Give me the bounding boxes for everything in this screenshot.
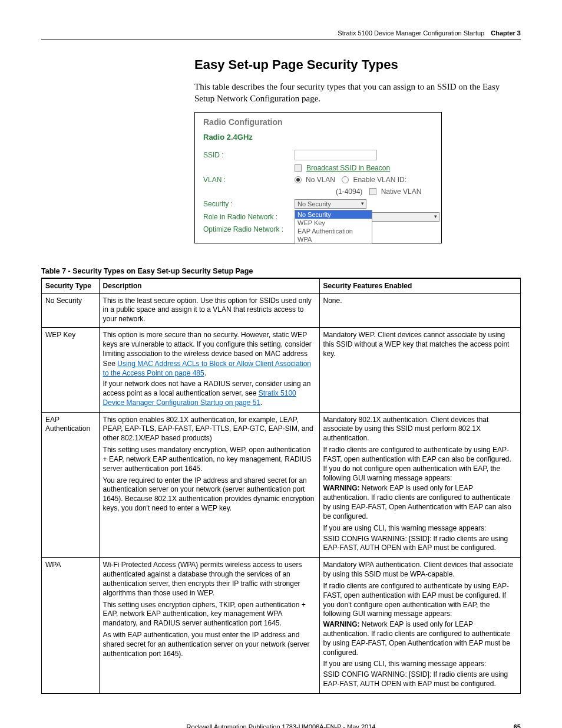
no-vlan-radio[interactable] — [295, 176, 302, 183]
table-row: EAP Authentication This option enables 8… — [42, 412, 521, 558]
footer-publication: Rockwell Automation Publication 1783-UM0… — [65, 723, 497, 728]
cell-feat: Mandatory WPA authentication. Client dev… — [319, 558, 520, 694]
page-footer: Rockwell Automation Publication 1783-UM0… — [41, 723, 521, 728]
cell-feat: None. — [319, 293, 520, 327]
cell-feat: Mandatory 802.1X authentication. Client … — [319, 412, 520, 558]
screenshot-title: Radio Configuration — [203, 117, 433, 127]
broadcast-checkbox[interactable] — [295, 164, 302, 172]
vlan-label: VLAN : — [203, 176, 295, 184]
table-row: No Security This is the least secure opt… — [42, 293, 521, 327]
header-chapter: Chapter 3 — [491, 29, 521, 37]
section-heading: Easy Set-up Page Security Types — [194, 57, 521, 73]
security-types-table: Security Type Description Security Featu… — [41, 278, 521, 694]
radio-config-screenshot: Radio Configuration Radio 2.4GHz SSID : … — [194, 112, 442, 243]
vlan-range-text: (1-4094) — [336, 187, 362, 196]
native-vlan-text: Native VLAN — [381, 187, 422, 196]
footer-page-number: 65 — [497, 723, 521, 728]
cell-type: WEP Key — [42, 327, 100, 412]
security-option-no-security[interactable]: No Security — [295, 210, 372, 219]
security-option-eap[interactable]: EAP Authentication — [295, 227, 372, 235]
screenshot-subtitle: Radio 2.4GHz — [203, 133, 433, 141]
table-row: WEP Key This option is more secure than … — [42, 327, 521, 412]
role-label: Role in Radio Network : — [203, 213, 295, 221]
native-vlan-checkbox[interactable] — [369, 188, 376, 195]
th-security-type: Security Type — [42, 278, 100, 294]
security-select[interactable]: No Security — [295, 199, 366, 209]
cell-feat: Mandatory WEP. Client devices cannot ass… — [319, 327, 520, 412]
cell-desc: This option enables 802.1X authenticatio… — [99, 412, 319, 558]
page-header: Stratix 5100 Device Manager Configuratio… — [41, 29, 521, 39]
intro-paragraph: This table describes the four security t… — [194, 81, 521, 105]
table-caption: Table 7 - Security Types on Easy Set-up … — [41, 267, 521, 275]
enable-vlan-radio[interactable] — [342, 176, 349, 183]
security-dropdown-list: No Security WEP Key EAP Authentication W… — [295, 210, 372, 244]
cell-type: WPA — [42, 558, 100, 694]
cell-desc: This option is more secure than no secur… — [99, 327, 319, 412]
broadcast-ssid-link[interactable]: Broadcast SSID in Beacon — [306, 164, 390, 172]
security-option-wep[interactable]: WEP Key — [295, 219, 372, 227]
security-option-wpa[interactable]: WPA — [295, 235, 372, 243]
security-label: Security : — [203, 200, 295, 208]
table-row: WPA Wi-Fi Protected Access (WPA) permits… — [42, 558, 521, 694]
cell-type: EAP Authentication — [42, 412, 100, 558]
no-vlan-text: No VLAN — [306, 176, 335, 184]
cell-desc: This is the least secure option. Use thi… — [99, 293, 319, 327]
enable-vlan-text: Enable VLAN ID: — [353, 176, 406, 184]
th-description: Description — [99, 278, 319, 294]
mac-acl-link[interactable]: Using MAC Address ACLs to Block or Allow… — [103, 360, 312, 377]
cell-desc: Wi-Fi Protected Access (WPA) permits wir… — [99, 558, 319, 694]
header-title: Stratix 5100 Device Manager Configuratio… — [338, 29, 484, 37]
optimize-label: Optimize Radio Network : — [203, 225, 295, 233]
ssid-label: SSID : — [203, 151, 295, 159]
ssid-input[interactable] — [295, 150, 377, 160]
cell-type: No Security — [42, 293, 100, 327]
th-features: Security Features Enabled — [319, 278, 520, 294]
role-select[interactable] — [368, 212, 439, 222]
